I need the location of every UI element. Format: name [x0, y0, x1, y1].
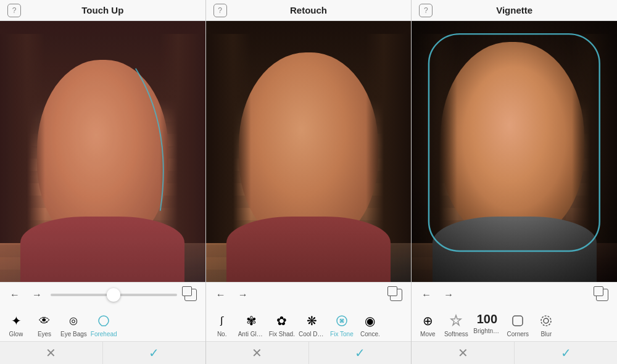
tool-nose[interactable]: ʃ No. [209, 311, 236, 339]
brightness-value: 100 [474, 312, 499, 326]
tool-conce[interactable]: ◉ Conce. [357, 311, 384, 339]
nose-label: No. [217, 331, 227, 337]
tool-fixtone[interactable]: Fix Tone [328, 311, 355, 339]
retouch-panel: ? Retouch ← → ʃ [206, 0, 412, 364]
touch-up-slider-container [51, 294, 177, 296]
copy-icon-3 [596, 289, 608, 301]
eyebags-label: Eye Bags [60, 331, 87, 337]
tool-fixshad[interactable]: ✿ Fix Shad. [268, 311, 296, 339]
retouch-copy-btn[interactable] [387, 286, 405, 304]
vignette-confirm-btn[interactable]: ✓ [515, 342, 617, 364]
copy-icon-2 [390, 289, 402, 301]
vignette-back-btn[interactable]: ← [418, 286, 435, 304]
glow-label: Glow [9, 331, 23, 337]
retouch-controls: ← → ʃ No. ✾ Anti Glare ✿ Fix Shad. [206, 282, 412, 364]
antiglare-icon: ✾ [243, 312, 260, 329]
blur-label: Blur [540, 331, 552, 337]
vignette-copy-btn[interactable] [594, 286, 611, 304]
retouch-forward-btn[interactable]: → [234, 286, 252, 304]
retouch-back-btn[interactable]: ← [212, 286, 230, 304]
vignette-controls: ← → ⊕ Move Softness [412, 282, 617, 364]
move-label: Move [420, 331, 435, 337]
svg-point-5 [544, 318, 549, 323]
touch-up-copy-btn[interactable] [182, 286, 199, 304]
brightness-label: Brightne... [473, 328, 500, 334]
fixtone-icon [333, 312, 350, 329]
vignette-nav-row: ← → [412, 283, 617, 307]
vignette-cancel-btn[interactable]: ✕ [412, 342, 515, 364]
tool-eyes-1[interactable]: 👁 Eyes [31, 311, 58, 339]
vignette-photo[interactable] [412, 21, 617, 282]
svg-point-1 [340, 319, 344, 323]
vignette-confirm-row: ✕ ✓ [412, 341, 617, 364]
retouch-confirm-btn[interactable]: ✓ [309, 342, 412, 364]
retouch-cancel-btn[interactable]: ✕ [206, 342, 309, 364]
hair-right-2 [366, 34, 411, 242]
tool-glow[interactable]: ✦ Glow [2, 311, 30, 339]
corners-icon [509, 312, 526, 329]
vignette-title: Vignette [496, 5, 532, 15]
vignette-tools-row: ⊕ Move Softness 100 Brightne... [412, 307, 617, 341]
touch-up-slider-thumb[interactable] [107, 288, 120, 302]
eyes-icon-1: 👁 [36, 312, 53, 329]
vignette-header: ? Vignette [412, 0, 617, 21]
cooldown-icon: ❋ [304, 312, 321, 329]
vignette-help-button[interactable]: ? [419, 4, 433, 17]
touch-up-title: Touch Up [81, 5, 123, 15]
tool-softness[interactable]: Softness [442, 311, 470, 339]
pink-overlay-1 [0, 21, 205, 282]
glow-icon: ✦ [7, 312, 25, 329]
touch-up-controls: ← → ✦ Glow 👁 Eyes [0, 282, 205, 364]
touch-up-cancel-btn[interactable]: ✕ [0, 342, 103, 364]
touch-up-forward-btn[interactable]: → [28, 286, 46, 304]
touch-up-header: ? Touch Up [0, 0, 205, 21]
tool-move[interactable]: ⊕ Move [414, 311, 441, 339]
body-2 [226, 217, 391, 282]
retouch-confirm-row: ✕ ✓ [206, 341, 412, 364]
touch-up-panel: ? Touch Up ← → [0, 0, 206, 364]
svg-point-4 [541, 316, 551, 326]
tool-cooldown[interactable]: ❋ Cool Down [297, 311, 327, 339]
eyebags-icon: ◎ [65, 312, 82, 329]
fixtone-label: Fix Tone [330, 331, 354, 337]
touch-up-back-btn[interactable]: ← [6, 286, 23, 304]
vignette-overlay [412, 21, 617, 282]
softness-icon [447, 312, 465, 329]
retouch-photo[interactable] [206, 21, 412, 282]
tool-brightness[interactable]: 100 Brightne... [471, 311, 503, 336]
vignette-panel: ? Vignette ← → [412, 0, 617, 364]
forehead-icon [95, 312, 112, 329]
corners-label: Corners [507, 331, 529, 337]
forehead-label: Forehead [91, 331, 117, 337]
fixshad-label: Fix Shad. [269, 331, 295, 337]
touch-up-help-button[interactable]: ? [7, 4, 21, 17]
softness-label: Softness [444, 331, 468, 337]
retouch-tools-row: ʃ No. ✾ Anti Glare ✿ Fix Shad. ❋ Cool Do… [206, 307, 412, 341]
tool-corners[interactable]: Corners [504, 311, 531, 339]
cooldown-label: Cool Down [299, 331, 326, 337]
nose-icon: ʃ [213, 312, 231, 329]
touch-up-photo[interactable] [0, 21, 205, 282]
tool-antiglare[interactable]: ✾ Anti Glare [237, 311, 267, 339]
blur-icon [537, 312, 555, 329]
touch-up-nav-row: ← → [0, 283, 205, 307]
antiglare-label: Anti Glare [238, 331, 265, 337]
tool-blur[interactable]: Blur [532, 311, 560, 339]
eyes-label-1: Eyes [38, 331, 51, 337]
conce-label: Conce. [360, 331, 380, 337]
retouch-nav-row: ← → [206, 283, 412, 307]
retouch-help-button[interactable]: ? [213, 4, 227, 17]
vignette-forward-btn[interactable]: → [440, 286, 457, 304]
conce-icon: ◉ [362, 312, 379, 329]
copy-icon-1 [184, 289, 197, 301]
tool-eyebags[interactable]: ◎ Eye Bags [59, 311, 88, 339]
touch-up-confirm-btn[interactable]: ✓ [103, 342, 205, 364]
touch-up-slider-track[interactable] [51, 294, 177, 296]
move-icon: ⊕ [419, 312, 436, 329]
fixshad-icon: ✿ [273, 312, 291, 329]
touch-up-confirm-row: ✕ ✓ [0, 341, 205, 364]
retouch-header: ? Retouch [206, 0, 412, 21]
tool-forehead[interactable]: Forehead [89, 311, 118, 339]
retouch-title: Retouch [290, 5, 327, 15]
svg-rect-3 [513, 316, 523, 326]
